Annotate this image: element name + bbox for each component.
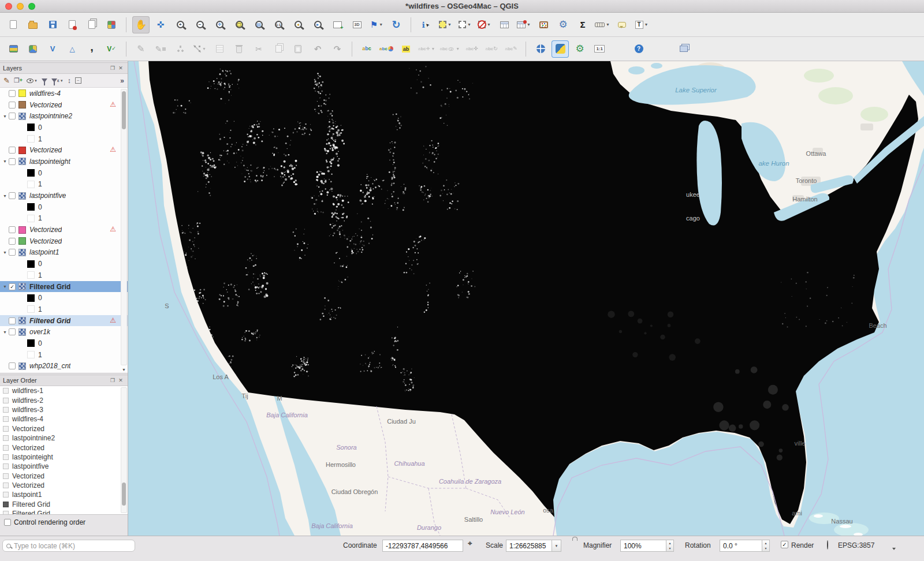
expand-arrow-icon[interactable]: ▼	[2, 250, 8, 255]
add-delimited-text-layer-button[interactable]: ,	[83, 40, 100, 58]
panel-overflow-button[interactable]: »	[120, 77, 124, 84]
warning-icon[interactable]: ⚠	[110, 100, 116, 109]
layer-visibility-checkbox[interactable]	[9, 147, 16, 154]
expand-arrow-icon[interactable]: ▼	[2, 194, 8, 198]
layer-order-checkbox[interactable]	[3, 435, 9, 441]
expand-arrow-icon[interactable]: ▼	[2, 330, 8, 334]
zoom-in-button[interactable]: +	[172, 16, 189, 33]
processing-toolbox-button[interactable]: ⚙	[571, 40, 588, 58]
scroll-down-icon[interactable]: ▼	[121, 366, 127, 373]
warning-icon[interactable]: ⚠	[110, 316, 116, 324]
layer-item[interactable]: Vectorized⚠	[0, 144, 128, 156]
zoom-out-button[interactable]: −	[191, 16, 208, 33]
zoom-last-button[interactable]: ◂	[289, 16, 307, 33]
close-panel-icon[interactable]: ✕	[117, 64, 125, 72]
scale-input[interactable]	[506, 540, 552, 552]
chevron-down-icon[interactable]: ▼	[431, 47, 435, 51]
style-manager-button[interactable]	[103, 16, 120, 33]
extents-icon[interactable]: ⌖	[468, 538, 472, 548]
layer-visibility-checkbox[interactable]	[9, 238, 16, 245]
filtered-attribute-table-button[interactable]: ▼	[515, 16, 532, 33]
layer-order-checkbox[interactable]	[3, 398, 9, 403]
new-3d-map-view-button[interactable]: 3D	[348, 16, 366, 33]
layer-visibility-checkbox[interactable]	[9, 226, 16, 233]
add-group-button[interactable]: ❐+	[14, 77, 23, 84]
layer-order-item[interactable]: wildfires-1	[0, 386, 128, 395]
layer-order-checkbox[interactable]	[3, 416, 9, 422]
field-calculator-button[interactable]	[535, 16, 552, 33]
expand-collapse-tree-button[interactable]: ↕	[68, 77, 71, 84]
layer-order-checkbox[interactable]	[3, 426, 9, 432]
refresh-map-button[interactable]: ↻	[388, 16, 405, 33]
save-project-button[interactable]	[44, 16, 61, 33]
layer-visibility-checkbox[interactable]	[9, 158, 16, 165]
layer-item[interactable]: ▼over1k	[0, 326, 128, 338]
warning-icon[interactable]: ⚠	[110, 145, 116, 154]
crs-globe-icon[interactable]	[827, 540, 828, 549]
layer-order-checkbox[interactable]	[3, 445, 9, 451]
layer-order-scrollbar[interactable]	[121, 387, 127, 513]
layer-item[interactable]: whp2018_cnt	[0, 361, 128, 372]
add-virtual-layer-button[interactable]: V✓	[103, 40, 120, 58]
layer-item[interactable]: Filtered Grid⚠	[0, 315, 128, 327]
rotation-input[interactable]	[720, 540, 762, 552]
add-raster-layer-button[interactable]: V	[44, 40, 61, 58]
layer-order-checkbox[interactable]	[3, 463, 9, 469]
new-print-layout-button[interactable]	[64, 16, 81, 33]
expand-arrow-icon[interactable]: ▼	[2, 114, 8, 118]
select-features-button[interactable]: ▼	[437, 16, 454, 33]
metasearch-button[interactable]	[532, 40, 549, 58]
layer-item[interactable]: Vectorized⚠	[0, 99, 128, 111]
layer-order-checkbox[interactable]	[3, 483, 9, 488]
chevron-down-icon[interactable]: ▼	[467, 23, 471, 27]
layer-item[interactable]: ▼lastpoint1	[0, 247, 128, 259]
expand-arrow-icon[interactable]: ▼	[2, 159, 8, 163]
chevron-down-icon[interactable]: ▼	[379, 23, 383, 27]
layer-order-item[interactable]: Filtered Grid	[0, 509, 128, 514]
layer-order-checkbox[interactable]	[3, 454, 9, 460]
layer-visibility-checkbox[interactable]: ✓	[9, 283, 16, 290]
chevron-down-icon[interactable]: ▼	[487, 23, 491, 27]
layer-styling-button[interactable]: ✎	[3, 77, 10, 84]
zoom-window-button[interactable]	[28, 3, 35, 10]
measure-button[interactable]: ▼	[594, 16, 611, 33]
remove-layer-button[interactable]: −	[75, 77, 81, 84]
open-project-button[interactable]	[24, 16, 42, 33]
filter-legend-button[interactable]	[42, 78, 47, 83]
warning-icon[interactable]: ⚠	[110, 225, 116, 233]
magnifier-input[interactable]	[620, 540, 666, 552]
layer-visibility-checkbox[interactable]	[9, 328, 16, 335]
layer-item[interactable]: ▼lastpointnine2	[0, 110, 128, 122]
crs-status[interactable]: EPSG:3857	[838, 541, 874, 549]
layer-order-checkbox[interactable]	[3, 511, 9, 514]
scale-combo[interactable]: ▼	[506, 540, 561, 552]
python-console-button[interactable]	[552, 40, 569, 58]
chevron-down-icon[interactable]: ▼	[202, 47, 206, 51]
stepper-arrows-icon[interactable]: ▲▼	[762, 540, 770, 552]
open-attribute-table-button[interactable]	[495, 16, 513, 33]
pan-to-selection-button[interactable]: ✜	[152, 16, 169, 33]
spatial-bookmarks-button[interactable]: ⚑▼	[368, 16, 385, 33]
layer-order-item[interactable]: lastpointfive	[0, 462, 128, 471]
deselect-all-button[interactable]: ▼	[476, 16, 493, 33]
help-button[interactable]: ?	[630, 40, 647, 58]
layer-item[interactable]: ▼✓Filtered Grid	[0, 281, 128, 293]
locate-search[interactable]	[2, 540, 135, 552]
close-window-button[interactable]	[5, 3, 12, 10]
layer-order-checkbox[interactable]	[3, 388, 9, 394]
georeferencer-button[interactable]: 1:1	[591, 40, 608, 58]
zoom-to-selection-button[interactable]: ▢	[230, 16, 248, 33]
layer-order-checkbox[interactable]	[3, 473, 9, 479]
rotation-spin[interactable]: ▲▼	[720, 540, 770, 552]
layer-item[interactable]: Vectorized⚠	[0, 224, 128, 235]
chevron-down-icon[interactable]: ▼	[527, 23, 531, 27]
layer-item[interactable]: ▼lastpointeight	[0, 156, 128, 167]
layer-order-item[interactable]: Vectorized	[0, 472, 128, 481]
layer-item[interactable]: Vectorized	[0, 235, 128, 247]
zoom-to-layer-button[interactable]: ▤	[250, 16, 267, 33]
control-rendering-order-checkbox[interactable]	[4, 519, 11, 526]
manage-map-themes-button[interactable]: ▼	[27, 78, 38, 83]
layer-item[interactable]: wildfires-4	[0, 88, 128, 99]
highlight-pinned-labels-button[interactable]: ab	[397, 40, 415, 58]
text-annotation-button[interactable]: T▼	[633, 16, 650, 33]
